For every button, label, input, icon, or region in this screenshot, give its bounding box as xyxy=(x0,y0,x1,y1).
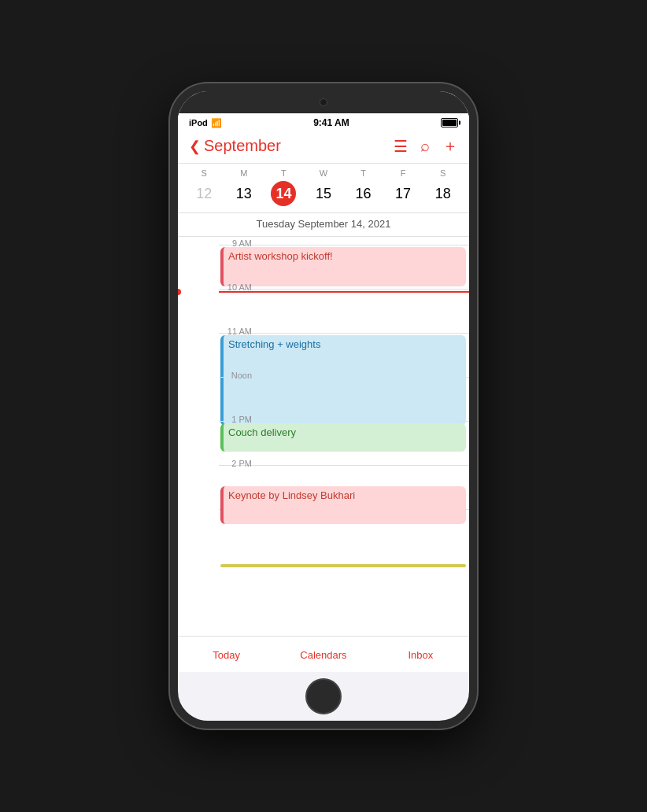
tab-today-label: Today xyxy=(213,649,240,661)
day-12[interactable]: 12 xyxy=(191,181,216,206)
time-grid: 9 AM Artist workshop kickoff! 9:41 AM xyxy=(178,237,469,572)
day-letter-sun: S xyxy=(184,168,224,178)
event-couch-delivery[interactable]: Couch delivery xyxy=(220,423,466,452)
event-title-artist-workshop: Artist workshop kickoff! xyxy=(228,250,333,262)
day-letter-tue: T xyxy=(264,168,304,178)
device-name-label: iPod xyxy=(189,118,208,127)
home-button[interactable] xyxy=(305,678,342,714)
battery-fill xyxy=(442,120,457,126)
add-icon[interactable]: ＋ xyxy=(442,135,458,157)
camera xyxy=(320,98,327,106)
phone-top xyxy=(178,91,469,113)
day-letter-fri: F xyxy=(383,168,423,178)
tab-calendars[interactable]: Calendars xyxy=(275,649,372,661)
nav-header: ❮ September ☰ ⌕ ＋ xyxy=(178,131,469,164)
tab-inbox[interactable]: Inbox xyxy=(372,649,469,661)
back-chevron-icon: ❮ xyxy=(189,138,201,155)
time-label-noon: Noon xyxy=(219,371,257,380)
nav-month-label[interactable]: September xyxy=(204,137,281,155)
battery-icon xyxy=(441,118,458,127)
day-14-today[interactable]: 14 xyxy=(271,181,296,206)
current-time-bar xyxy=(219,291,469,293)
event-title-stretching: Stretching + weights xyxy=(228,338,320,350)
day-17[interactable]: 17 xyxy=(390,181,416,206)
nav-icons: ☰ ⌕ ＋ xyxy=(394,135,458,157)
tab-today[interactable]: Today xyxy=(178,649,275,661)
time-row-3pm: 3 PM Keynote by Lindsey Bukhari xyxy=(219,509,469,572)
day-13[interactable]: 13 xyxy=(231,181,257,206)
wifi-icon: 📶 xyxy=(211,118,222,128)
status-time: 9:41 AM xyxy=(313,117,349,128)
day-numbers: 12 13 14 15 16 17 18 xyxy=(184,181,463,206)
screen: iPod 📶 9:41 AM ❮ September ☰ ⌕ ＋ xyxy=(178,113,469,672)
week-strip: S M T W T F S 12 13 14 15 16 17 18 xyxy=(178,164,469,213)
nav-left[interactable]: ❮ September xyxy=(189,137,281,155)
phone-frame: iPod 📶 9:41 AM ❮ September ☰ ⌕ ＋ xyxy=(170,83,477,729)
event-title-couch-delivery: Couch delivery xyxy=(228,426,296,438)
day-18[interactable]: 18 xyxy=(431,181,456,206)
tab-bar: Today Calendars Inbox xyxy=(178,636,469,672)
search-icon[interactable]: ⌕ xyxy=(420,137,430,155)
day-headers: S M T W T F S xyxy=(184,168,463,178)
current-time-dot xyxy=(178,289,181,295)
day-16[interactable]: 16 xyxy=(351,181,376,206)
day-letter-thu: T xyxy=(343,168,383,178)
event-artist-workshop[interactable]: Artist workshop kickoff! xyxy=(220,247,466,286)
day-15[interactable]: 15 xyxy=(311,181,336,206)
day-letter-wed: W xyxy=(304,168,344,178)
day-letter-sat: S xyxy=(423,168,463,178)
day-letter-mon: M xyxy=(224,168,264,178)
tab-calendars-label: Calendars xyxy=(300,649,346,661)
status-left: iPod 📶 xyxy=(189,118,222,128)
date-label: Tuesday September 14, 2021 xyxy=(178,213,469,237)
status-bar: iPod 📶 9:41 AM xyxy=(178,113,469,131)
calendar-body[interactable]: 9 AM Artist workshop kickoff! 9:41 AM xyxy=(178,237,469,636)
time-label-2pm: 2 PM xyxy=(219,459,257,468)
list-icon[interactable]: ☰ xyxy=(394,137,408,156)
current-time-line: 9:41 AM xyxy=(178,289,469,295)
event-keynote[interactable]: Keynote by Lindsey Bukhari xyxy=(220,486,466,524)
tab-inbox-label: Inbox xyxy=(408,649,433,661)
yellow-event-bar[interactable] xyxy=(220,564,466,567)
event-title-keynote: Keynote by Lindsey Bukhari xyxy=(228,489,355,501)
status-right xyxy=(441,118,458,127)
